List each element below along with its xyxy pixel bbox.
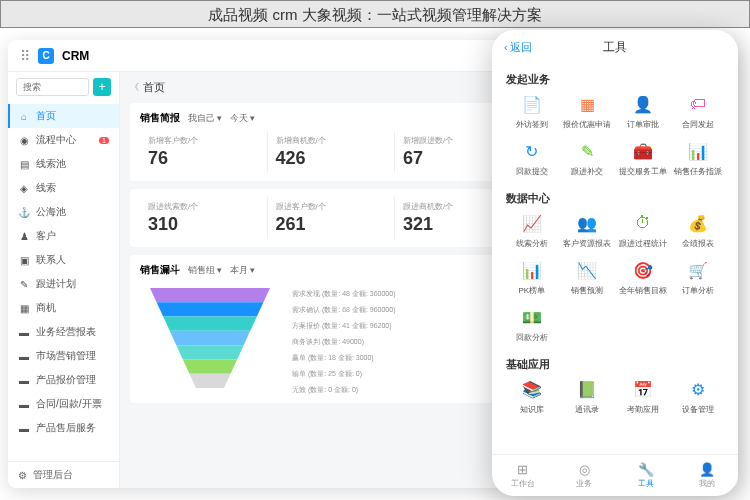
brief-filter-time[interactable]: 今天 ▾ — [230, 112, 255, 125]
apps-grid-icon[interactable]: ⠿ — [20, 48, 30, 64]
funnel-stage[interactable] — [163, 317, 257, 331]
app-label: 全年销售目标 — [619, 285, 667, 296]
sidebar-item[interactable]: ▬产品售后服务 — [8, 416, 119, 440]
mobile-app-item[interactable]: 🎯全年销售目标 — [617, 259, 669, 296]
app-label: 金绩报表 — [682, 238, 714, 249]
tab-label: 我的 — [699, 478, 715, 489]
nav-icon: ◈ — [18, 183, 30, 194]
crm-logo-icon: C — [38, 48, 54, 64]
metric-label: 跟进客户数/个 — [276, 201, 387, 212]
sidebar-item[interactable]: ⌂首页 — [8, 104, 119, 128]
mobile-tab[interactable]: ⊞工作台 — [492, 455, 554, 496]
mobile-app-item[interactable]: 📗通讯录 — [562, 378, 614, 415]
mobile-section-title: 基础应用 — [506, 349, 724, 378]
mobile-app-item[interactable]: 💵回款分析 — [506, 306, 558, 343]
brief-title: 销售简报 — [140, 111, 180, 125]
funnel-stage[interactable] — [157, 302, 264, 316]
funnel-stage[interactable] — [176, 345, 243, 359]
admin-backend-link[interactable]: ⚙ 管理后台 — [8, 461, 119, 488]
sidebar-item[interactable]: ▦商机 — [8, 296, 119, 320]
mobile-app-item[interactable]: ↻回款提交 — [506, 140, 558, 177]
sidebar-item[interactable]: ▬合同/回款/开票 — [8, 392, 119, 416]
metric[interactable]: 新增商机数/个426 — [268, 131, 396, 173]
app-icon: 📈 — [521, 212, 543, 234]
sidebar-search-input[interactable] — [16, 78, 89, 96]
tab-icon: ◎ — [579, 462, 590, 477]
nav-label: 合同/回款/开票 — [36, 397, 102, 411]
mobile-app-item[interactable]: ▦报价优惠申请 — [562, 93, 614, 130]
funnel-filter-team[interactable]: 销售组 ▾ — [188, 264, 222, 277]
app-label: 外访签到 — [516, 119, 548, 130]
mobile-app-item[interactable]: 👥客户资源报表 — [562, 212, 614, 249]
tab-icon: 👤 — [699, 462, 715, 477]
mobile-app-item[interactable]: 📚知识库 — [506, 378, 558, 415]
nav-icon: ▬ — [18, 399, 30, 410]
funnel-stage[interactable] — [150, 288, 270, 302]
mobile-app-item[interactable]: ✎跟进补交 — [562, 140, 614, 177]
add-button[interactable]: + — [93, 78, 111, 96]
mobile-app-item[interactable]: 📈线索分析 — [506, 212, 558, 249]
sidebar-item[interactable]: ⚓公海池 — [8, 200, 119, 224]
sidebar-item[interactable]: ♟客户 — [8, 224, 119, 248]
metric-value: 76 — [148, 148, 259, 169]
nav-label: 产品售后服务 — [36, 421, 96, 435]
mobile-app-item[interactable]: 🛒订单分析 — [673, 259, 725, 296]
app-icon: 📗 — [576, 378, 598, 400]
mobile-app-item[interactable]: 🧰提交服务工单 — [617, 140, 669, 177]
mobile-app-item[interactable]: 📉销售预测 — [562, 259, 614, 296]
funnel-stage[interactable] — [183, 359, 237, 373]
app-label: 回款分析 — [516, 332, 548, 343]
nav-icon: ⌂ — [18, 111, 30, 122]
sidebar-item[interactable]: ▬市场营销管理 — [8, 344, 119, 368]
metric[interactable]: 跟进线索数/个310 — [140, 197, 268, 239]
mobile-tab[interactable]: 👤我的 — [677, 455, 739, 496]
mobile-tab[interactable]: 🔧工具 — [615, 455, 677, 496]
tab-label: 工具 — [638, 478, 654, 489]
nav-label: 客户 — [36, 229, 56, 243]
mobile-app-item[interactable]: 📊销售任务指派 — [673, 140, 725, 177]
mobile-app-item[interactable]: 👤订单审批 — [617, 93, 669, 130]
chevron-down-icon: ▾ — [217, 113, 222, 123]
metric-value: 310 — [148, 214, 259, 235]
app-icon: ⏱ — [632, 212, 654, 234]
back-button[interactable]: ‹ 返回 — [504, 40, 532, 55]
funnel-stage[interactable] — [170, 331, 251, 345]
metric[interactable]: 跟进客户数/个261 — [268, 197, 396, 239]
chevron-left-icon[interactable]: 《 — [130, 81, 139, 94]
mobile-app-item[interactable]: ⏱跟进过程统计 — [617, 212, 669, 249]
app-icon: ▦ — [576, 93, 598, 115]
metric-value: 261 — [276, 214, 387, 235]
mobile-section-title: 数据中心 — [506, 183, 724, 212]
nav-icon: ▤ — [18, 159, 30, 170]
sidebar-item[interactable]: ◈线索 — [8, 176, 119, 200]
sidebar-item[interactable]: ◉流程中心1 — [8, 128, 119, 152]
sidebar: + ⌂首页◉流程中心1▤线索池◈线索⚓公海池♟客户▣联系人✎跟进计划▦商机▬业务… — [8, 72, 120, 488]
app-label: 订单分析 — [682, 285, 714, 296]
sidebar-item[interactable]: ▬业务经营报表 — [8, 320, 119, 344]
sidebar-item[interactable]: ✎跟进计划 — [8, 272, 119, 296]
sidebar-item[interactable]: ▬产品报价管理 — [8, 368, 119, 392]
tab-label: 工作台 — [511, 478, 535, 489]
funnel-title: 销售漏斗 — [140, 263, 180, 277]
app-icon: 💵 — [521, 306, 543, 328]
badge: 1 — [99, 137, 109, 144]
gear-icon: ⚙ — [18, 470, 27, 481]
mobile-app-item[interactable]: 🏷合同发起 — [673, 93, 725, 130]
app-label: 设备管理 — [682, 404, 714, 415]
mobile-app-item[interactable]: 💰金绩报表 — [673, 212, 725, 249]
sidebar-item[interactable]: ▣联系人 — [8, 248, 119, 272]
mobile-tab[interactable]: ◎业务 — [554, 455, 616, 496]
funnel-filter-time[interactable]: 本月 ▾ — [230, 264, 255, 277]
nav-label: 商机 — [36, 301, 56, 315]
brief-filter-scope[interactable]: 我自己 ▾ — [188, 112, 222, 125]
mobile-header: ‹ 返回 工具 — [492, 30, 738, 64]
app-icon: ⚙ — [687, 378, 709, 400]
mobile-app-item[interactable]: 📄外访签到 — [506, 93, 558, 130]
metric[interactable]: 新增客户数/个76 — [140, 131, 268, 173]
app-icon: 👤 — [632, 93, 654, 115]
mobile-app-item[interactable]: ⚙设备管理 — [673, 378, 725, 415]
sidebar-item[interactable]: ▤线索池 — [8, 152, 119, 176]
mobile-app-item[interactable]: 📊PK榜单 — [506, 259, 558, 296]
mobile-app-item[interactable]: 📅考勤应用 — [617, 378, 669, 415]
funnel-stage[interactable] — [189, 374, 230, 388]
